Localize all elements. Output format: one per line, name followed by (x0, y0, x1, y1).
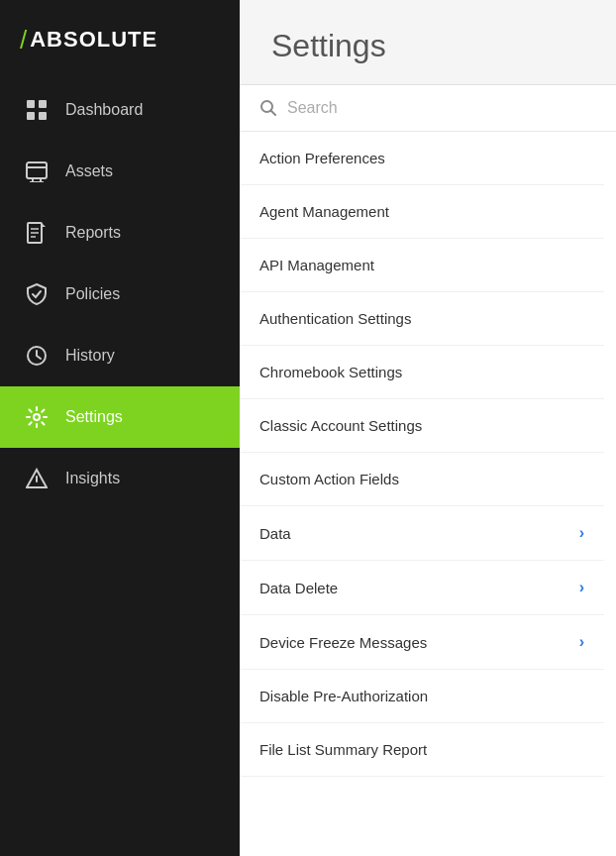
logo-area: / ABSOLUTE (0, 0, 240, 79)
settings-panel: Action PreferencesAgent ManagementAPI Ma… (240, 84, 616, 856)
logo-name: ABSOLUTE (30, 27, 157, 53)
sidebar-label-history: History (65, 347, 115, 365)
settings-item-disable-pre-authorization[interactable]: Disable Pre-Authorization (240, 670, 604, 723)
sidebar-item-dashboard[interactable]: Dashboard (0, 79, 240, 141)
settings-item-classic-account-settings[interactable]: Classic Account Settings (240, 399, 604, 453)
settings-item-agent-management[interactable]: Agent Management (240, 185, 604, 239)
svg-line-18 (271, 111, 276, 116)
settings-item-device-freeze-messages[interactable]: Device Freeze Messages› (240, 615, 604, 670)
svg-rect-4 (27, 162, 47, 178)
chevron-icon-data-delete: › (579, 579, 584, 596)
sidebar-label-assets: Assets (65, 162, 113, 180)
settings-item-file-list-summary-report[interactable]: File List Summary Report (240, 723, 604, 777)
sidebar-label-reports: Reports (65, 224, 121, 242)
settings-item-authentication-settings[interactable]: Authentication Settings (240, 292, 604, 346)
logo-slash: / (20, 27, 28, 53)
settings-item-label-disable-pre-authorization: Disable Pre-Authorization (259, 688, 428, 704)
svg-rect-1 (39, 100, 47, 108)
settings-item-chromebook-settings[interactable]: Chromebook Settings (240, 346, 604, 399)
settings-item-label-device-freeze-messages: Device Freeze Messages (259, 634, 427, 651)
chevron-icon-data: › (579, 524, 584, 542)
search-input[interactable] (287, 99, 596, 117)
settings-icon (24, 404, 50, 430)
assets-icon (24, 159, 50, 184)
settings-item-custom-action-fields[interactable]: Custom Action Fields (240, 453, 604, 506)
sidebar-label-policies: Policies (65, 285, 120, 303)
settings-item-label-file-list-summary-report: File List Summary Report (259, 741, 427, 758)
settings-item-label-custom-action-fields: Custom Action Fields (259, 471, 399, 487)
settings-item-label-classic-account-settings: Classic Account Settings (259, 417, 422, 434)
settings-item-label-chromebook-settings: Chromebook Settings (259, 364, 402, 380)
sidebar-item-assets[interactable]: Assets (0, 141, 240, 202)
sidebar: / ABSOLUTE Dashboard (0, 0, 240, 856)
reports-icon (24, 220, 50, 246)
settings-item-data[interactable]: Data› (240, 506, 604, 561)
page-title-area: Settings (240, 0, 616, 84)
insights-icon (24, 466, 50, 491)
sidebar-label-dashboard: Dashboard (65, 101, 143, 119)
search-bar (240, 85, 616, 132)
settings-item-data-delete[interactable]: Data Delete› (240, 561, 604, 615)
search-icon (259, 99, 277, 117)
sidebar-item-insights[interactable]: Insights (0, 448, 240, 509)
settings-list: Action PreferencesAgent ManagementAPI Ma… (240, 132, 616, 856)
sidebar-item-reports[interactable]: Reports (0, 202, 240, 264)
main-content: Settings Action PreferencesAgent Managem… (240, 0, 616, 856)
settings-item-label-api-management: API Management (259, 257, 374, 273)
app-logo: / ABSOLUTE (20, 27, 157, 53)
settings-item-label-agent-management: Agent Management (259, 203, 389, 220)
nav-items: Dashboard Assets (0, 79, 240, 856)
history-icon (24, 343, 50, 369)
page-title: Settings (271, 28, 584, 64)
policies-icon (24, 281, 50, 307)
svg-rect-2 (27, 112, 35, 120)
settings-item-label-data: Data (259, 525, 291, 542)
sidebar-item-policies[interactable]: Policies (0, 264, 240, 325)
svg-rect-3 (39, 112, 47, 120)
sidebar-label-insights: Insights (65, 470, 120, 487)
svg-point-14 (34, 414, 40, 420)
settings-item-label-action-preferences: Action Preferences (259, 150, 385, 166)
settings-item-api-management[interactable]: API Management (240, 239, 604, 292)
chevron-icon-device-freeze-messages: › (579, 633, 584, 651)
settings-item-label-authentication-settings: Authentication Settings (259, 310, 411, 327)
svg-rect-0 (27, 100, 35, 108)
settings-item-action-preferences[interactable]: Action Preferences (240, 132, 604, 185)
sidebar-item-settings[interactable]: Settings (0, 386, 240, 448)
dashboard-icon (24, 97, 50, 123)
settings-item-label-data-delete: Data Delete (259, 580, 338, 596)
sidebar-label-settings: Settings (65, 408, 123, 426)
sidebar-item-history[interactable]: History (0, 325, 240, 386)
